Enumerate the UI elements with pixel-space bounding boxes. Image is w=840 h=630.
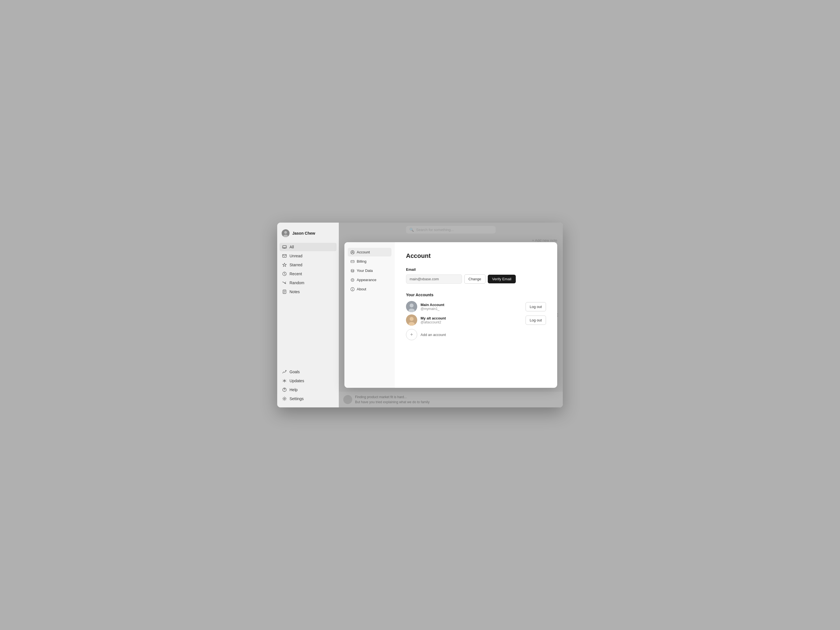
change-email-button[interactable]: Change [464, 275, 486, 284]
email-section-label: Email [406, 267, 546, 272]
sidebar-item-notes-label: Notes [289, 289, 300, 294]
svg-point-1 [284, 231, 287, 234]
svg-rect-16 [351, 261, 354, 263]
email-row: main@xbase.com Change Verify Email [406, 275, 546, 284]
svg-rect-4 [283, 254, 286, 257]
accounts-section-label: Your Accounts [406, 293, 546, 297]
account-info-alt: My alt account @altaccount2 [420, 316, 522, 324]
sidebar-item-goals[interactable]: Goals [279, 368, 336, 376]
sidebar-item-recent-label: Recent [289, 272, 302, 276]
modal-overlay: Account Billing [339, 223, 563, 407]
sidebar-item-recent[interactable]: Recent [279, 270, 336, 278]
sidebar-item-help-label: Help [289, 387, 298, 392]
sidebar-item-unread-label: Unread [289, 254, 302, 258]
sidebar-item-settings[interactable]: Settings [279, 395, 336, 403]
email-input[interactable]: main@xbase.com [406, 275, 462, 284]
account-item-alt: My alt account @altaccount2 Log out [406, 314, 546, 326]
add-account-label: Add an account [420, 333, 446, 337]
sidebar-item-starred[interactable]: Starred [279, 261, 336, 269]
star-icon [282, 263, 287, 267]
modal-nav-account[interactable]: Account [348, 248, 392, 256]
shuffle-icon [282, 281, 287, 285]
sidebar: Jason Chew All [277, 223, 339, 407]
gear-icon [282, 396, 287, 401]
sidebar-user[interactable]: Jason Chew [277, 227, 339, 243]
sidebar-item-all[interactable]: All [279, 243, 336, 251]
sidebar-nav: All Unread Starred [277, 243, 339, 368]
account-avatar-main [406, 301, 417, 312]
svg-point-15 [352, 251, 353, 252]
account-name-main: Main Account [420, 303, 522, 307]
app-window: Jason Chew All [277, 223, 563, 407]
user-avatar [282, 229, 289, 237]
inbox-icon [282, 245, 287, 249]
sidebar-item-goals-label: Goals [289, 369, 300, 374]
palette-icon [351, 278, 354, 282]
account-handle-main: @mymain1_ [420, 307, 522, 311]
modal-main: Account Email main@xbase.com Change Veri… [395, 242, 557, 388]
svg-point-12 [284, 391, 285, 391]
account-avatar-alt [406, 314, 417, 326]
sidebar-item-help[interactable]: Help [279, 385, 336, 394]
svg-point-25 [352, 288, 353, 289]
account-name-alt: My alt account [420, 316, 522, 321]
svg-point-22 [353, 279, 354, 280]
modal-title: Account [406, 252, 546, 260]
account-info-main: Main Account @mymain1_ [420, 303, 522, 311]
sidebar-item-settings-label: Settings [289, 396, 304, 401]
svg-point-30 [410, 317, 414, 321]
chart-icon [282, 369, 287, 374]
clock-icon [282, 272, 287, 276]
note-icon [282, 289, 287, 294]
mail-icon [282, 254, 287, 258]
modal-nav-your-data[interactable]: Your Data [348, 266, 392, 275]
svg-point-21 [352, 279, 353, 279]
sidebar-bottom: Goals Updates [277, 368, 339, 403]
account-item-main: Main Account @mymain1_ Log out [406, 301, 546, 312]
main-content: 🔍 Search for something... ☰ + Add new no… [339, 223, 563, 407]
sidebar-username: Jason Chew [292, 231, 315, 235]
svg-point-13 [284, 398, 285, 399]
credit-card-icon [351, 260, 354, 264]
modal-nav-about[interactable]: About [348, 285, 392, 294]
svg-point-20 [352, 279, 352, 280]
sidebar-item-all-label: All [289, 245, 294, 249]
settings-modal: Account Billing [344, 242, 557, 388]
account-list: Main Account @mymain1_ Log out [406, 301, 546, 340]
modal-nav-your-data-label: Your Data [357, 268, 373, 273]
person-circle-icon [351, 250, 354, 254]
svg-point-18 [351, 269, 354, 270]
sidebar-item-starred-label: Starred [289, 263, 302, 267]
modal-nav-appearance[interactable]: Appearance [348, 276, 392, 284]
modal-nav-billing[interactable]: Billing [348, 257, 392, 266]
add-account-item[interactable]: + Add an account [406, 329, 546, 340]
svg-point-27 [410, 303, 414, 308]
add-account-circle: + [406, 329, 417, 340]
svg-marker-5 [283, 263, 286, 267]
database-icon [351, 269, 354, 273]
verify-email-button[interactable]: Verify Email [488, 275, 516, 283]
logout-button-alt[interactable]: Log out [526, 316, 546, 325]
info-circle-icon [351, 287, 354, 291]
sidebar-item-random[interactable]: Random [279, 279, 336, 287]
modal-nav-appearance-label: Appearance [357, 278, 376, 282]
modal-nav-billing-label: Billing [357, 259, 366, 264]
sidebar-item-random-label: Random [289, 281, 304, 285]
logout-button-main[interactable]: Log out [526, 302, 546, 311]
sidebar-item-unread[interactable]: Unread [279, 252, 336, 260]
asterisk-icon [282, 379, 287, 383]
modal-sidebar: Account Billing [344, 242, 395, 388]
sidebar-item-notes[interactable]: Notes [279, 287, 336, 296]
sidebar-item-updates-label: Updates [289, 379, 304, 383]
plus-icon: + [410, 332, 413, 338]
modal-nav-account-label: Account [357, 250, 370, 254]
modal-nav-about-label: About [357, 287, 366, 291]
account-handle-alt: @altaccount2 [420, 321, 522, 324]
sidebar-item-updates[interactable]: Updates [279, 377, 336, 385]
help-circle-icon [282, 387, 287, 392]
